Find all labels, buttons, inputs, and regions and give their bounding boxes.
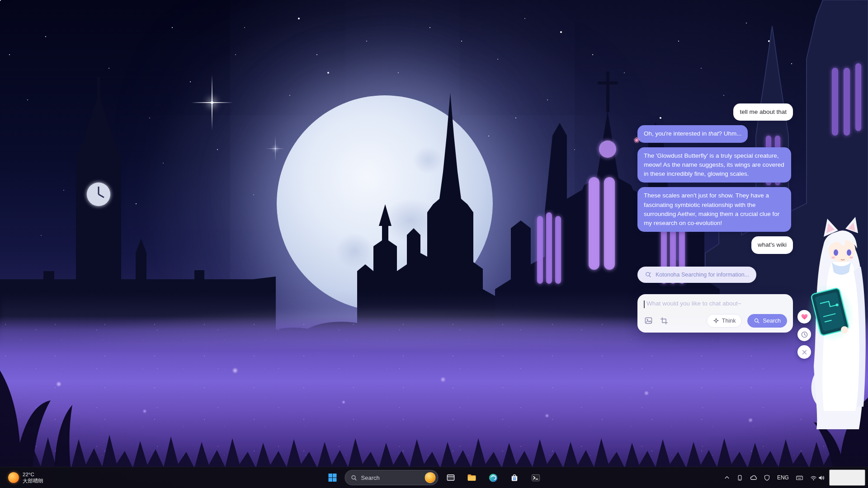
user-message: tell me about that — [733, 103, 793, 121]
image-icon — [644, 316, 653, 325]
close-icon — [802, 349, 807, 355]
desktop: tell me about that ❀ Oh, you're interest… — [0, 0, 868, 488]
status-chip: Kotonoha Searching for information... — [637, 267, 756, 283]
chat-panel: tell me about that ❀ Oh, you're interest… — [637, 103, 793, 333]
assistant-message: ❀ Oh, you're interested in that? Uhm... — [637, 125, 748, 142]
assistant-message: These scales aren't just for show. They … — [637, 187, 791, 232]
terminal-icon — [530, 473, 541, 483]
search-icon — [351, 474, 358, 481]
assistant-message: The 'Glowdust Butterfly' is a truly spec… — [637, 147, 791, 183]
tray-device-button[interactable] — [734, 469, 745, 487]
cloud-icon — [750, 474, 757, 482]
foreground-grass — [0, 325, 868, 488]
weather-temp: 22°C — [23, 471, 43, 478]
weather-sun-icon — [8, 472, 19, 483]
taskbar-terminal[interactable] — [527, 469, 545, 487]
shield-icon — [764, 474, 770, 481]
history-button[interactable] — [797, 328, 811, 341]
blossom-icon: ❀ — [634, 135, 640, 145]
taskbar-app-window[interactable] — [442, 469, 460, 487]
keyboard-icon — [796, 474, 803, 482]
tray-security-button[interactable] — [761, 469, 773, 487]
taskbar: 22°C 大部晴朗 Search — [0, 467, 868, 488]
clock-time: 1:48 pm — [841, 470, 861, 478]
user-message: what's wiki — [751, 236, 793, 253]
search-label: Search — [763, 318, 781, 324]
taskbar-tray: ENG 1:48 pm 29/10/2025 — [722, 467, 865, 488]
taskbar-clock[interactable]: 1:48 pm 29/10/2025 — [829, 469, 865, 485]
attach-image-button[interactable] — [643, 315, 654, 326]
think-label: Think — [722, 318, 736, 324]
think-button[interactable]: Think — [707, 314, 742, 328]
tray-onedrive-button[interactable] — [747, 469, 760, 487]
heart-icon — [801, 313, 808, 321]
taskbar-file-explorer[interactable] — [463, 469, 481, 487]
folder-icon — [467, 472, 477, 483]
search-highlight-icon — [425, 472, 436, 483]
taskbar-microsoft-store[interactable] — [505, 469, 524, 487]
volume-icon — [817, 474, 825, 482]
network-volume-button[interactable] — [807, 469, 827, 487]
weather-condition: 大部晴朗 — [23, 478, 43, 484]
search-icon — [754, 318, 760, 324]
status-text: Kotonoha Searching for information... — [656, 272, 749, 278]
taskbar-center: Search — [324, 467, 545, 488]
search-placeholder: Search — [361, 474, 421, 481]
tray-overflow-button[interactable] — [722, 469, 732, 487]
touch-keyboard-button[interactable] — [793, 469, 806, 487]
search-button[interactable]: Search — [747, 314, 787, 328]
favorite-button[interactable] — [797, 310, 811, 324]
crop-icon — [660, 317, 668, 325]
clock-date: 29/10/2025 — [834, 478, 861, 485]
companion-character[interactable] — [800, 217, 868, 434]
chevron-up-icon — [724, 474, 730, 481]
taskbar-edge-browser[interactable] — [484, 469, 502, 487]
screenshot-crop-button[interactable] — [659, 316, 669, 326]
sparkle-icon — [713, 318, 719, 324]
search-sparkle-icon — [645, 271, 652, 278]
windows-logo-icon — [328, 473, 338, 483]
device-icon — [736, 474, 743, 481]
taskbar-weather-widget[interactable]: 22°C 大部晴朗 — [5, 467, 47, 488]
chat-composer: Think Search — [637, 294, 793, 333]
wifi-icon — [810, 474, 817, 482]
app-window-icon — [445, 473, 456, 483]
start-button[interactable] — [324, 469, 342, 487]
store-bag-icon — [509, 473, 519, 483]
edge-icon — [488, 473, 498, 483]
taskbar-search[interactable]: Search — [345, 470, 439, 485]
clock-icon — [801, 331, 808, 338]
chat-input[interactable] — [643, 300, 787, 307]
language-indicator[interactable]: ENG — [774, 469, 792, 487]
text-caret — [644, 300, 645, 308]
close-chat-button[interactable] — [797, 345, 811, 359]
